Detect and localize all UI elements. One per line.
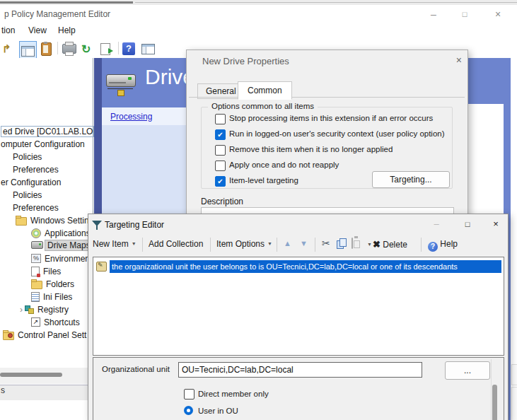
tree-item-windows-settings[interactable]: Windows Settings [16,214,98,226]
run-logged-on-checkbox[interactable]: ✔ [215,129,226,140]
background-edge-box [511,387,517,420]
expand-chevron-icon[interactable]: › [20,305,23,315]
run-logged-on-label: Run in logged-on user's security context… [229,129,445,138]
folder-gear-icon [3,332,14,340]
apply-once-checkbox[interactable] [215,161,226,171]
stop-processing-label: Stop processing items in this extension … [229,114,433,122]
tree-item-drive-maps[interactable]: Drive Maps [31,239,93,251]
tree-item-folders[interactable]: Folders [31,278,74,290]
dialog-titlebar: New Drive Properties × [187,50,467,71]
refresh-icon[interactable]: ↻ [81,41,91,57]
shortcut-icon: ↗ [31,317,40,327]
drive-icon [31,241,43,249]
tree-item-policies[interactable]: Policies [13,151,42,163]
remove-item-checkbox[interactable] [215,145,226,156]
help-button[interactable]: ? Help [428,239,458,252]
paste-icon[interactable] [352,238,353,248]
tree-item-ini-files[interactable]: Ini Files [31,291,72,303]
console-tree-panel: ed Drive [DC01.LAB.LOCA omputer Configur… [0,58,93,384]
nav-forward-icon[interactable]: ↱ [2,41,11,57]
tree-item-root[interactable]: ed Drive [DC01.LAB.LOCA [1,125,94,137]
tree-item-shortcuts[interactable]: ↗ Shortcuts [31,316,80,328]
targeting-item-row[interactable]: ✎ the organizational unit the user belon… [96,260,501,273]
maximize-button[interactable]: □ [453,214,482,234]
print-icon[interactable] [62,41,76,57]
targeting-toolbar: New Item▼ Add Collection Item Options▼ ▲… [88,234,508,255]
tree-item-preferences-user[interactable]: Preferences [13,202,59,214]
folder-icon [31,281,42,289]
new-drive-properties-dialog: New Drive Properties × General Common Op… [186,49,468,221]
export-list-icon[interactable] [100,41,110,57]
tree-item-control-panel-settings[interactable]: Control Panel Sett [3,329,86,341]
targeting-detail-panel: Organizational unit ... Direct member on… [93,357,504,420]
user-in-ou-label: User in OU [198,407,238,415]
organizational-unit-label: Organizational unit [102,365,170,373]
organizational-unit-icon: ✎ [96,262,107,272]
stop-processing-checkbox[interactable] [215,114,226,124]
gpme-titlebar: p Policy Management Editor – □ × [0,5,517,23]
ini-file-icon [31,292,40,302]
registry-icon [25,305,34,314]
move-up-icon[interactable]: ▲ [284,239,291,247]
tree-item-files[interactable]: Files [31,265,61,277]
tree-item-user-configuration[interactable]: er Configuration [1,176,61,188]
browse-button[interactable]: ... [445,361,490,380]
cut-icon[interactable]: ✂ [322,238,330,249]
user-in-ou-radio[interactable] [184,406,193,415]
targeting-title: Targeting Editor [105,220,164,230]
folder-icon [16,217,27,226]
funnel-icon [92,221,102,230]
file-icon [31,267,40,276]
gpme-window-title: p Policy Management Editor [4,9,110,19]
description-label: Description [201,197,243,206]
direct-member-only-checkbox[interactable] [184,389,194,399]
tab-common[interactable]: Common [238,81,292,100]
move-down-icon[interactable]: ▼ [300,239,308,247]
add-collection-button[interactable]: Add Collection [149,239,203,249]
close-icon[interactable]: × [456,54,462,66]
tree-item-computer-configuration[interactable]: omputer Configuration [1,138,85,150]
drive-maps-header-icon [106,73,137,98]
processing-link[interactable]: Processing [110,112,152,122]
item-level-targeting-label: Item-level targeting [229,176,298,185]
clipboard-icon[interactable] [41,41,52,57]
direct-member-only-label: Direct member only [198,390,269,398]
delete-button[interactable]: ✖ Delete [373,239,407,250]
paste-dropdown-icon[interactable]: ▼ [367,242,372,247]
tree-item-preferences[interactable]: Preferences [13,163,59,175]
tree-item-applications[interactable]: Applications [31,227,91,239]
background-edge-box [511,364,517,385]
minimize-button: – [422,214,451,234]
dialog-title: New Drive Properties [202,56,289,66]
help-icon[interactable]: ? [122,41,135,57]
tree-item-environment[interactable]: % Environment [31,252,92,264]
new-item-button[interactable]: New Item▼ [93,239,136,249]
item-options-button[interactable]: Item Options▼ [216,239,272,249]
apply-once-label: Apply once and do not reapply [229,161,339,169]
organizational-unit-input[interactable] [178,362,422,378]
console-tree-icon[interactable] [141,41,155,57]
disc-icon [31,228,41,238]
targeting-item-text: the organizational unit the user belongs… [110,260,501,273]
gpme-menubar: tion View Help [0,23,517,40]
detail-vertical-scrollbar[interactable] [491,359,499,420]
remove-item-label: Remove this item when it is no longer ap… [229,145,393,153]
minimize-button[interactable]: – [418,5,449,23]
targeting-button[interactable]: Targeting... [372,171,450,188]
close-button[interactable]: × [482,5,513,23]
item-level-targeting-checkbox[interactable]: ✔ [215,176,226,187]
percent-icon: % [31,254,41,263]
tree-item-policies-user[interactable]: Policies [13,189,42,201]
tree-item-registry[interactable]: › Registry [20,303,69,315]
close-button[interactable]: × [482,214,510,234]
gpme-statusbar: s [0,385,88,400]
options-group-label: Options common to all items [208,102,318,110]
targeting-editor-dialog: Targeting Editor – □ × New Item▼ Add Col… [88,214,509,420]
targeting-items-list[interactable]: ✎ the organizational unit the user belon… [93,257,504,356]
tree-horizontal-scrollbar[interactable] [0,368,88,384]
targeting-titlebar: Targeting Editor – □ × [88,214,508,235]
menu-item-view[interactable]: View [28,25,47,35]
menu-item-help[interactable]: Help [58,25,76,35]
maximize-button[interactable]: □ [449,5,480,23]
menu-item-action[interactable]: tion [1,25,15,35]
